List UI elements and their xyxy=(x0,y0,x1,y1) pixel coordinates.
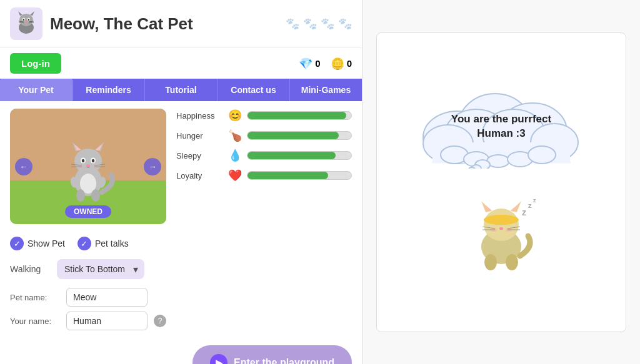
loyalty-label: Loyalty xyxy=(176,171,223,180)
play-icon: ▶ xyxy=(210,354,228,364)
happiness-bar-fill xyxy=(248,112,346,119)
pet-name-input[interactable] xyxy=(66,288,148,307)
playground-label: Enter the playground xyxy=(234,357,334,364)
nav-tabs: Your Pet Reminders Tutorial Contact us M… xyxy=(0,79,362,101)
hunger-label: Hunger xyxy=(176,131,223,140)
happiness-icon: 😊 xyxy=(228,109,242,122)
stat-happiness: Happiness 😊 xyxy=(176,109,352,122)
playground-button[interactable]: ▶ Enter the playground xyxy=(192,345,352,364)
walking-select[interactable]: Stick To Bottom Walk Around Stay Still xyxy=(57,259,144,279)
controls-area: ✓ Show Pet ✓ Pet talks Walking Stick To … xyxy=(0,232,362,340)
pet-talks-label: Pet talks xyxy=(95,239,129,248)
hunger-bar-bg xyxy=(247,131,352,140)
gem-icon: 💎 xyxy=(299,57,312,71)
svg-point-16 xyxy=(74,149,102,174)
hunger-bar-fill xyxy=(248,132,339,139)
pet-cat-display xyxy=(60,137,116,205)
coin-icon: 🪙 xyxy=(331,57,344,71)
loyalty-bar-fill xyxy=(248,172,328,179)
cloud-bubble: You are the purrfect Human :3 xyxy=(414,87,589,169)
app-header: Meow, The Cat Pet 🐾 🐾 🐾 🐾 xyxy=(0,0,362,48)
paw-decoration: 🐾 🐾 🐾 🐾 xyxy=(286,17,352,31)
right-panel: You are the purrfect Human :3 xyxy=(362,0,640,364)
walking-select-wrapper: Stick To Bottom Walk Around Stay Still xyxy=(57,259,144,279)
svg-point-33 xyxy=(91,189,100,202)
tab-mini-games[interactable]: Mini-Games xyxy=(290,79,362,101)
help-icon[interactable]: ? xyxy=(154,315,166,327)
svg-point-7 xyxy=(23,19,24,21)
sleepy-bar-fill xyxy=(248,152,336,159)
stat-sleepy: Sleepy 💧 xyxy=(176,149,352,162)
coin-currency: 🪙 0 xyxy=(331,57,352,71)
sleeping-cat: z z z xyxy=(461,187,542,277)
hunger-icon: 🍗 xyxy=(228,129,242,142)
app-logo xyxy=(10,7,42,40)
svg-point-23 xyxy=(82,159,84,163)
tab-reminders[interactable]: Reminders xyxy=(72,79,145,101)
svg-point-9 xyxy=(26,21,28,23)
show-pet-checkbox[interactable]: ✓ Show Pet xyxy=(10,237,65,250)
svg-point-49 xyxy=(528,146,556,164)
walking-row: Walking Stick To Bottom Walk Around Stay… xyxy=(10,259,352,279)
walking-label: Walking xyxy=(10,264,51,274)
your-name-row: Your name: ? xyxy=(10,312,352,330)
pet-prev-button[interactable]: ← xyxy=(15,158,32,175)
owned-badge: OWNED xyxy=(65,205,111,218)
show-pet-check-icon: ✓ xyxy=(10,237,24,250)
svg-point-59 xyxy=(499,227,503,230)
svg-point-24 xyxy=(92,159,94,163)
speech-line1: You are the purrfect xyxy=(451,112,551,124)
svg-point-25 xyxy=(86,164,90,167)
pet-next-button[interactable]: → xyxy=(144,158,161,175)
tab-your-pet[interactable]: Your Pet xyxy=(0,79,72,101)
login-button[interactable]: Log-in xyxy=(10,53,61,74)
svg-text:z: z xyxy=(522,207,526,217)
checkbox-row: ✓ Show Pet ✓ Pet talks xyxy=(10,237,352,250)
main-content: ← → xyxy=(0,101,362,232)
svg-point-32 xyxy=(76,189,85,202)
svg-point-63 xyxy=(489,215,514,222)
sleepy-bar-bg xyxy=(247,151,352,160)
show-pet-label: Show Pet xyxy=(28,239,65,248)
loyalty-bar-bg xyxy=(247,171,352,180)
svg-point-52 xyxy=(468,167,476,169)
pet-name-label: Pet name: xyxy=(10,293,60,302)
happiness-label: Happiness xyxy=(176,111,223,121)
top-bar: Log-in 💎 0 🪙 0 xyxy=(0,48,362,79)
gem-count: 0 xyxy=(315,58,320,69)
speech-scene: You are the purrfect Human :3 xyxy=(376,32,626,332)
stat-hunger: Hunger 🍗 xyxy=(176,129,352,142)
sleepy-label: Sleepy xyxy=(176,151,223,160)
pet-display: ← → xyxy=(10,109,166,224)
cloud-text: You are the purrfect Human :3 xyxy=(439,111,564,141)
app-title: Meow, The Cat Pet xyxy=(50,14,193,34)
stat-loyalty: Loyalty ❤️ xyxy=(176,169,352,182)
pet-name-row: Pet name: xyxy=(10,288,352,307)
svg-text:z: z xyxy=(528,202,532,209)
your-name-input[interactable] xyxy=(66,312,148,330)
svg-text:z: z xyxy=(533,197,536,204)
happiness-bar-bg xyxy=(247,111,352,120)
svg-point-68 xyxy=(484,254,497,270)
gem-currency: 💎 0 xyxy=(299,57,320,71)
stats-area: Happiness 😊 Hunger 🍗 Sleepy 💧 xyxy=(176,109,352,224)
loyalty-icon: ❤️ xyxy=(228,169,242,182)
pet-talks-check-icon: ✓ xyxy=(78,237,91,250)
currency-area: 💎 0 🪙 0 xyxy=(299,57,352,71)
svg-point-2 xyxy=(19,14,33,26)
tab-tutorial[interactable]: Tutorial xyxy=(145,79,218,101)
svg-point-8 xyxy=(28,19,29,21)
sleepy-icon: 💧 xyxy=(228,149,242,162)
coin-count: 0 xyxy=(347,58,352,69)
your-name-label: Your name: xyxy=(10,317,60,326)
speech-line2: Human :3 xyxy=(477,127,525,139)
tab-contact-us[interactable]: Contact us xyxy=(218,79,290,101)
bottom-row: ▶ Enter the playground xyxy=(0,340,362,364)
left-panel: Meow, The Cat Pet 🐾 🐾 🐾 🐾 Log-in 💎 0 🪙 0… xyxy=(0,0,362,364)
svg-point-69 xyxy=(506,254,518,270)
pet-talks-checkbox[interactable]: ✓ Pet talks xyxy=(78,237,129,250)
